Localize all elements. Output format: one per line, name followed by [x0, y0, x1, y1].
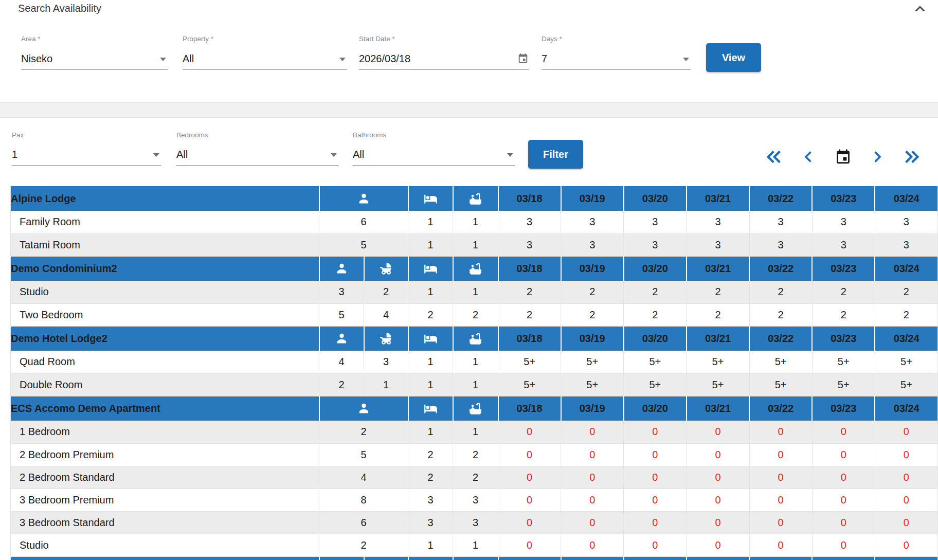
collapse-panel-button[interactable]	[913, 2, 927, 16]
previous-page-icon[interactable]	[800, 148, 817, 166]
availability-cell[interactable]: 0	[498, 466, 561, 489]
availability-cell[interactable]: 5+	[875, 373, 937, 396]
availability-cell[interactable]: 5+	[624, 373, 687, 396]
availability-cell[interactable]: 3	[687, 233, 749, 256]
availability-cell[interactable]: 0	[875, 489, 937, 511]
availability-cell[interactable]: 0	[812, 421, 875, 443]
availability-cell[interactable]: 2	[498, 281, 561, 303]
availability-cell[interactable]: 0	[749, 489, 812, 511]
last-page-icon[interactable]	[903, 148, 921, 166]
availability-cell[interactable]: 0	[812, 511, 875, 534]
availability-cell[interactable]: 3	[624, 211, 687, 233]
availability-cell[interactable]: 0	[812, 534, 875, 556]
availability-cell[interactable]: 5+	[875, 351, 937, 373]
next-page-icon[interactable]	[869, 148, 886, 166]
availability-cell[interactable]: 0	[687, 489, 749, 511]
availability-cell[interactable]: 2	[624, 303, 687, 326]
availability-cell[interactable]: 2	[875, 303, 937, 326]
availability-cell[interactable]: 0	[687, 534, 749, 556]
availability-cell[interactable]: 2	[561, 281, 624, 303]
availability-cell[interactable]: 3	[561, 211, 624, 233]
availability-cell[interactable]: 3	[812, 211, 875, 233]
availability-cell[interactable]: 0	[561, 443, 624, 466]
availability-cell[interactable]: 0	[561, 534, 624, 556]
property-select[interactable]: Property * All	[183, 35, 347, 70]
availability-cell[interactable]: 0	[875, 421, 937, 443]
availability-cell[interactable]: 2	[687, 303, 749, 326]
availability-cell[interactable]: 0	[624, 511, 687, 534]
availability-cell[interactable]: 0	[687, 466, 749, 489]
availability-cell[interactable]: 0	[498, 489, 561, 511]
availability-cell[interactable]: 0	[498, 534, 561, 556]
view-button[interactable]: View	[706, 43, 761, 72]
availability-cell[interactable]: 0	[812, 489, 875, 511]
availability-cell[interactable]: 2	[812, 303, 875, 326]
bedrooms-select[interactable]: Bedrooms All	[176, 131, 338, 166]
bathrooms-select[interactable]: Bathrooms All	[353, 131, 515, 166]
availability-cell[interactable]: 0	[749, 534, 812, 556]
availability-cell[interactable]: 0	[624, 421, 687, 443]
availability-cell[interactable]: 3	[498, 233, 561, 256]
availability-cell[interactable]: 2	[875, 281, 937, 303]
availability-cell[interactable]: 5+	[812, 373, 875, 396]
availability-cell[interactable]: 2	[498, 303, 561, 326]
availability-cell[interactable]: 0	[749, 511, 812, 534]
area-select[interactable]: Area * Niseko	[21, 35, 168, 70]
availability-cell[interactable]: 3	[812, 233, 875, 256]
availability-cell[interactable]: 0	[624, 534, 687, 556]
availability-cell[interactable]: 5+	[687, 351, 749, 373]
availability-cell[interactable]: 2	[561, 303, 624, 326]
availability-cell[interactable]: 0	[561, 511, 624, 534]
availability-cell[interactable]: 0	[687, 511, 749, 534]
availability-cell[interactable]: 5+	[749, 351, 812, 373]
availability-cell[interactable]: 5+	[498, 351, 561, 373]
availability-cell[interactable]: 0	[561, 489, 624, 511]
availability-cell[interactable]: 0	[749, 443, 812, 466]
availability-cell[interactable]: 3	[749, 211, 812, 233]
availability-cell[interactable]: 0	[812, 466, 875, 489]
availability-cell[interactable]: 0	[561, 466, 624, 489]
availability-cell[interactable]: 0	[687, 421, 749, 443]
availability-cell[interactable]: 5+	[749, 373, 812, 396]
availability-cell[interactable]: 0	[624, 443, 687, 466]
availability-cell[interactable]: 2	[749, 303, 812, 326]
start-date-field[interactable]: Start Date * 2026/03/18	[359, 35, 529, 70]
availability-cell[interactable]: 0	[498, 443, 561, 466]
calendar-icon[interactable]	[517, 53, 529, 64]
availability-cell[interactable]: 0	[498, 421, 561, 443]
availability-cell[interactable]: 5+	[624, 351, 687, 373]
availability-cell[interactable]: 3	[749, 233, 812, 256]
availability-cell[interactable]: 3	[561, 233, 624, 256]
availability-cell[interactable]: 0	[498, 511, 561, 534]
filter-button[interactable]: Filter	[528, 140, 583, 169]
availability-cell[interactable]: 2	[624, 281, 687, 303]
availability-cell[interactable]: 0	[624, 489, 687, 511]
availability-cell[interactable]: 0	[749, 421, 812, 443]
availability-cell[interactable]: 5+	[561, 373, 624, 396]
availability-cell[interactable]: 0	[812, 443, 875, 466]
availability-cell[interactable]: 2	[687, 281, 749, 303]
availability-cell[interactable]: 5+	[498, 373, 561, 396]
availability-cell[interactable]: 5+	[687, 373, 749, 396]
availability-cell[interactable]: 5+	[561, 351, 624, 373]
availability-cell[interactable]: 5+	[812, 351, 875, 373]
availability-cell[interactable]: 3	[875, 233, 937, 256]
calendar-icon[interactable]	[834, 148, 852, 166]
availability-cell[interactable]: 0	[875, 534, 937, 556]
availability-cell[interactable]: 0	[875, 511, 937, 534]
availability-cell[interactable]: 3	[498, 211, 561, 233]
availability-cell[interactable]: 3	[624, 233, 687, 256]
availability-cell[interactable]: 0	[875, 466, 937, 489]
availability-cell[interactable]: 0	[749, 466, 812, 489]
availability-cell[interactable]: 2	[812, 281, 875, 303]
availability-cell[interactable]: 0	[561, 421, 624, 443]
availability-cell[interactable]: 3	[687, 211, 749, 233]
availability-cell[interactable]: 0	[624, 466, 687, 489]
days-select[interactable]: Days * 7	[542, 35, 691, 70]
availability-cell[interactable]: 2	[749, 281, 812, 303]
first-page-icon[interactable]	[765, 148, 783, 166]
availability-cell[interactable]: 0	[687, 443, 749, 466]
availability-cell[interactable]: 3	[875, 211, 937, 233]
pax-select[interactable]: Pax 1	[12, 131, 161, 166]
availability-cell[interactable]: 0	[875, 443, 937, 466]
